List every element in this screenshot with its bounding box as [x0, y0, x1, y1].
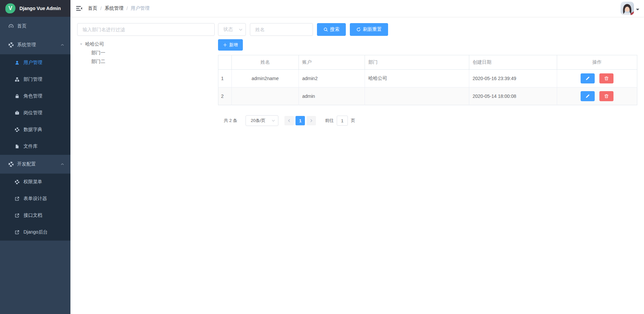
tree-node-label: 部门一: [91, 50, 105, 56]
hamburger-icon[interactable]: [76, 5, 83, 12]
sidebar-item-roles[interactable]: 角色管理: [0, 88, 70, 105]
filter-row: 状态 搜索 刷新重置: [218, 23, 637, 36]
search-button[interactable]: 搜索: [317, 23, 346, 36]
page-content: 哈哈公司 部门一 部门二 状态: [70, 17, 644, 132]
page-unit-label: 页: [351, 118, 355, 124]
sidebar: V Django Vue Admin 首页 系统管理 用户管理 部门管理: [0, 0, 70, 314]
edit-button[interactable]: [581, 91, 595, 101]
cell-dept: [365, 87, 469, 105]
department-filter-input[interactable]: [77, 23, 215, 36]
logo-icon: V: [5, 3, 15, 13]
tree-node-child[interactable]: 部门二: [77, 57, 215, 66]
sidebar-item-dictionary[interactable]: 数据字典: [0, 121, 70, 138]
pagination: 共 2 条 20条/页 1 前往 页: [218, 115, 637, 126]
logo-letter: V: [8, 5, 12, 12]
sidebar-submenu-label: 系统管理: [17, 42, 36, 48]
table-row: 2 admin 2020-05-14 18:00:08: [218, 87, 637, 105]
edit-icon: [585, 94, 590, 99]
sidebar-item-form-designer[interactable]: 表单设计器: [0, 190, 70, 207]
column-header-account: 账户: [299, 55, 365, 70]
prev-page-button[interactable]: [284, 116, 294, 125]
cell-account: admin2: [299, 70, 365, 87]
tree-node-label: 部门二: [91, 59, 105, 65]
sidebar-item-departments[interactable]: 部门管理: [0, 71, 70, 88]
briefcase-icon: [15, 111, 19, 115]
sidebar-item-positions[interactable]: 岗位管理: [0, 105, 70, 121]
sidebar-menu: 首页 系统管理 用户管理 部门管理 角色管理: [0, 17, 70, 241]
external-link-icon: [15, 230, 19, 235]
chevron-up-icon: [60, 162, 64, 166]
column-header-index: [218, 55, 232, 70]
search-icon: [323, 27, 328, 32]
user-icon: [15, 60, 19, 65]
document-icon: [15, 144, 19, 149]
external-link-icon: [15, 213, 19, 218]
sidebar-item-api-docs[interactable]: 接口文档: [0, 207, 70, 224]
table-row: 1 admin2name admin2 哈哈公司 2020-05-16 23:3…: [218, 70, 637, 87]
sidebar-item-home[interactable]: 首页: [0, 17, 70, 36]
sidebar-item-label: 权限菜单: [23, 179, 42, 185]
sidebar-item-users[interactable]: 用户管理: [0, 54, 70, 71]
column-header-actions: 操作: [557, 55, 637, 70]
next-page-button[interactable]: [307, 116, 316, 125]
cell-account: admin: [299, 87, 365, 105]
breadcrumb-current: 用户管理: [131, 5, 150, 11]
sidebar-item-label: Django后台: [23, 229, 48, 235]
add-button[interactable]: 新增: [218, 39, 243, 51]
page-number-button[interactable]: 1: [296, 116, 305, 125]
sidebar-item-django-admin[interactable]: Django后台: [0, 224, 70, 241]
page-size-value: 20条/页: [251, 118, 265, 124]
cell-name: [232, 87, 299, 105]
name-filter-input[interactable]: [250, 23, 313, 36]
user-panel: 状态 搜索 刷新重置 新增: [218, 23, 637, 126]
app-logo[interactable]: V Django Vue Admin: [0, 0, 70, 17]
arrow-left-icon: [287, 119, 291, 123]
cell-index: 2: [218, 87, 232, 105]
caret-down-icon[interactable]: [77, 43, 85, 46]
tree-node-root[interactable]: 哈哈公司: [77, 40, 215, 49]
goto-label: 前往: [325, 118, 334, 124]
sidebar-item-label: 首页: [17, 23, 26, 29]
sidebar-submenu-dev[interactable]: 开发配置: [0, 155, 70, 174]
arrow-right-icon: [309, 119, 313, 123]
tree-node-child[interactable]: 部门一: [77, 49, 215, 57]
edit-icon: [585, 76, 590, 81]
toolbar: 新增: [218, 39, 637, 51]
sidebar-item-label: 数据字典: [23, 127, 42, 133]
trash-icon: [604, 94, 609, 99]
page-size-select[interactable]: 20条/页: [246, 115, 278, 126]
sidebar-item-label: 部门管理: [23, 76, 42, 82]
column-header-created: 创建日期: [469, 55, 557, 70]
status-select[interactable]: 状态: [218, 23, 246, 36]
sidebar-submenu-system-children: 用户管理 部门管理 角色管理 岗位管理 数据字典: [0, 54, 70, 155]
cell-actions: [557, 70, 637, 87]
sidebar-submenu-system[interactable]: 系统管理: [0, 36, 70, 54]
navbar: 首页 / 系统管理 / 用户管理: [70, 0, 644, 17]
app-title: Django Vue Admin: [19, 6, 61, 11]
breadcrumb-home[interactable]: 首页: [88, 5, 97, 11]
sidebar-item-label: 文件库: [23, 143, 38, 149]
delete-button[interactable]: [599, 73, 613, 83]
user-menu-trigger[interactable]: [621, 2, 639, 15]
caret-down-icon: [636, 9, 639, 12]
refresh-reset-button[interactable]: 刷新重置: [350, 23, 388, 36]
sidebar-item-files[interactable]: 文件库: [0, 138, 70, 155]
column-header-dept: 部门: [365, 55, 469, 70]
avatar[interactable]: [621, 2, 634, 15]
cell-created: 2020-05-16 23:39:49: [469, 70, 557, 87]
dashboard-icon: [8, 23, 14, 29]
cell-created: 2020-05-14 18:00:08: [469, 87, 557, 105]
status-select-placeholder: 状态: [223, 26, 233, 33]
chevron-down-icon: [238, 27, 243, 32]
edit-button[interactable]: [581, 73, 595, 83]
breadcrumb-separator: /: [126, 6, 128, 11]
component-icon: [8, 42, 14, 48]
sidebar-item-label: 接口文档: [23, 212, 42, 218]
breadcrumb-system[interactable]: 系统管理: [105, 5, 123, 11]
delete-button[interactable]: [599, 91, 613, 101]
component-icon: [15, 180, 19, 184]
cell-name: admin2name: [232, 70, 299, 87]
sidebar-item-permission-menu[interactable]: 权限菜单: [0, 174, 70, 190]
goto-page-input[interactable]: [337, 116, 348, 126]
users-table: 姓名 账户 部门 创建日期 操作 1 admin2name admin2 哈哈公: [218, 55, 637, 105]
